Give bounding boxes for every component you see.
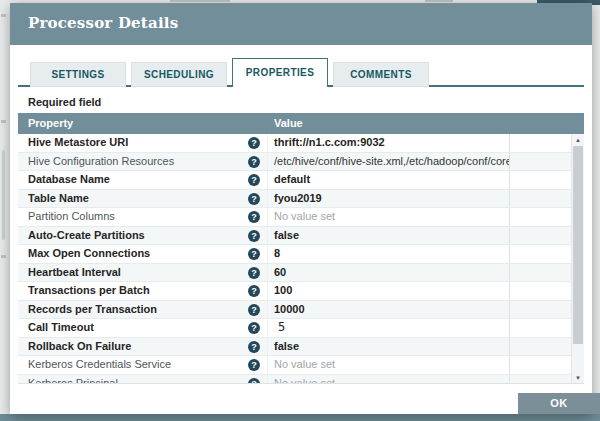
- property-name: Call Timeout?: [18, 319, 268, 337]
- property-name: Heartbeat Interval?: [18, 264, 268, 282]
- tab-settings[interactable]: SETTINGS: [30, 62, 126, 87]
- background-canvas-fragment: [425, 0, 453, 2]
- tab-comments[interactable]: COMMENTS: [333, 62, 429, 87]
- table-row: Rollback On Failure?false: [18, 338, 584, 357]
- dialog-header: Processor Details: [10, 3, 592, 45]
- property-name: Max Open Connections?: [18, 245, 268, 263]
- tab-scheduling[interactable]: SCHEDULING: [131, 62, 227, 87]
- property-value: /etc/hive/conf/hive-site.xml,/etc/hadoop…: [268, 153, 510, 171]
- scroll-up-icon[interactable]: ▲: [572, 135, 584, 145]
- table-row: Hive Configuration Resources?/etc/hive/c…: [18, 153, 584, 172]
- scroll-down-icon[interactable]: ▼: [572, 373, 584, 383]
- property-name: Hive Configuration Resources?: [18, 153, 268, 171]
- property-value: default: [268, 171, 510, 189]
- property-value: 60: [268, 264, 510, 282]
- help-icon[interactable]: ?: [248, 267, 260, 279]
- property-name: Database Name?: [18, 171, 268, 189]
- background-canvas-fragment: [1, 14, 6, 17]
- property-name: Table Name?: [18, 190, 268, 208]
- help-icon[interactable]: ?: [248, 341, 260, 353]
- background-canvas-fragment: [1, 120, 6, 123]
- property-value: false: [268, 227, 510, 245]
- tab-bar: SETTINGSSCHEDULINGPROPERTIESCOMMENTS: [18, 58, 584, 87]
- column-header-value: Value: [268, 113, 584, 134]
- property-name: Rollback On Failure?: [18, 338, 268, 356]
- table-row: Partition Columns?No value set: [18, 208, 584, 227]
- property-value: 10000: [268, 301, 510, 319]
- tab-properties[interactable]: PROPERTIES: [232, 58, 328, 87]
- property-name: Hive Metastore URI?: [18, 134, 268, 152]
- property-value: 5: [268, 319, 510, 337]
- help-icon[interactable]: ?: [248, 304, 260, 316]
- table-row: Hive Metastore URI?thrift://n1.c.com:903…: [18, 134, 584, 153]
- property-value: No value set: [268, 356, 510, 374]
- column-header-property: Property: [18, 113, 268, 134]
- table-scrollbar[interactable]: ▲ ▼: [571, 134, 584, 384]
- property-name: Auto-Create Partitions?: [18, 227, 268, 245]
- background-bottom-strip: [0, 414, 600, 421]
- help-icon[interactable]: ?: [248, 230, 260, 242]
- help-icon[interactable]: ?: [248, 137, 260, 149]
- properties-table: Property Value Hive Metastore URI?thrift…: [18, 113, 584, 384]
- table-row: Max Open Connections?8: [18, 245, 584, 264]
- property-value: 100: [268, 282, 510, 300]
- property-name: Kerberos Credentials Service?: [18, 356, 268, 374]
- property-value: fyou2019: [268, 190, 510, 208]
- help-icon[interactable]: ?: [248, 156, 260, 168]
- property-value: No value set: [268, 208, 510, 226]
- table-body: Hive Metastore URI?thrift://n1.c.com:903…: [18, 134, 584, 384]
- help-icon[interactable]: ?: [248, 211, 260, 223]
- property-name: Kerberos Principal?: [18, 375, 268, 385]
- table-row: Kerberos Principal?No value set: [18, 375, 584, 385]
- table-header-row: Property Value: [18, 113, 584, 134]
- table-row: Kerberos Credentials Service?No value se…: [18, 356, 584, 375]
- property-value: thrift://n1.c.com:9032: [268, 134, 510, 152]
- property-name: Partition Columns?: [18, 208, 268, 226]
- help-icon[interactable]: ?: [248, 322, 260, 334]
- background-connection-line: [2, 150, 5, 240]
- help-icon[interactable]: ?: [248, 248, 260, 260]
- help-icon[interactable]: ?: [248, 359, 260, 371]
- background-canvas-fragment: [1, 255, 6, 258]
- property-name: Records per Transaction?: [18, 301, 268, 319]
- table-row: Auto-Create Partitions?false: [18, 227, 584, 246]
- property-name: Transactions per Batch?: [18, 282, 268, 300]
- help-icon[interactable]: ?: [248, 285, 260, 297]
- help-icon[interactable]: ?: [248, 174, 260, 186]
- help-icon[interactable]: ?: [248, 378, 260, 385]
- table-row: Transactions per Batch?100: [18, 282, 584, 301]
- table-row: Call Timeout?5: [18, 319, 584, 338]
- help-icon[interactable]: ?: [248, 193, 260, 205]
- table-row: Heartbeat Interval?60: [18, 264, 584, 283]
- scrollbar-thumb[interactable]: [573, 146, 583, 344]
- required-field-note: Required field: [28, 96, 101, 108]
- property-value: No value set: [268, 375, 510, 385]
- background-canvas-fragment: [170, 0, 230, 2]
- table-row: Database Name?default: [18, 171, 584, 190]
- property-value: 8: [268, 245, 510, 263]
- property-value: false: [268, 338, 510, 356]
- ok-button[interactable]: OK: [518, 393, 600, 414]
- dialog-title: Processor Details: [10, 3, 592, 32]
- processor-details-dialog: Processor Details SETTINGSSCHEDULINGPROP…: [10, 3, 592, 414]
- table-row: Table Name?fyou2019: [18, 190, 584, 209]
- table-row: Records per Transaction?10000: [18, 301, 584, 320]
